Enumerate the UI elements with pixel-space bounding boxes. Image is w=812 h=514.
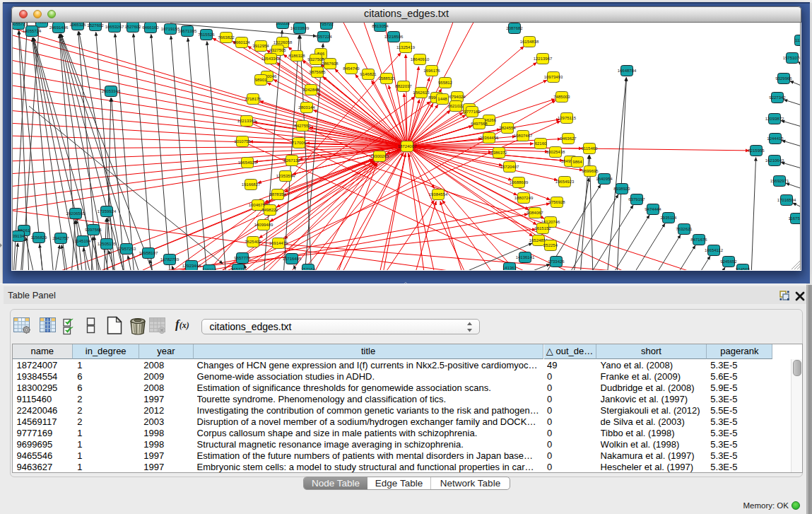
- svg-text:18724007: 18724007: [398, 144, 417, 148]
- svg-text:1621022: 1621022: [447, 104, 464, 108]
- svg-text:16033809: 16033809: [290, 26, 310, 30]
- svg-text:98901: 98901: [255, 78, 267, 82]
- svg-text:8427552: 8427552: [294, 124, 311, 128]
- svg-text:14099489: 14099489: [254, 223, 273, 227]
- svg-text:717006: 717006: [292, 141, 307, 145]
- svg-text:7515526: 7515526: [198, 33, 215, 37]
- svg-text:1167534: 1167534: [789, 216, 801, 221]
- svg-text:1640954: 1640954: [596, 177, 613, 181]
- svg-text:8215955: 8215955: [748, 148, 765, 153]
- svg-text:160338: 160338: [276, 23, 290, 25]
- svg-text:9397566: 9397566: [85, 228, 102, 232]
- svg-text:12353594: 12353594: [276, 174, 295, 178]
- svg-text:10973493: 10973493: [544, 75, 563, 79]
- svg-text:924565: 924565: [736, 267, 751, 270]
- svg-text:8267130: 8267130: [283, 158, 300, 163]
- svg-text:1696176: 1696176: [423, 69, 440, 73]
- svg-text:1010755: 1010755: [234, 139, 251, 144]
- svg-text:8454749: 8454749: [343, 66, 360, 71]
- svg-text:19300263: 19300263: [370, 154, 389, 158]
- svg-text:8822037: 8822037: [395, 84, 412, 88]
- svg-text:10025438: 10025438: [546, 150, 565, 154]
- svg-text:9329966: 9329966: [775, 76, 792, 81]
- svg-text:15716485: 15716485: [283, 257, 302, 261]
- svg-text:2935114: 2935114: [661, 216, 678, 220]
- svg-text:9777169: 9777169: [464, 110, 481, 114]
- svg-text:19654923: 19654923: [555, 180, 575, 184]
- svg-text:3912954: 3912954: [252, 44, 269, 48]
- svg-text:7625402: 7625402: [245, 240, 261, 244]
- svg-text:7632621: 7632621: [676, 227, 693, 231]
- svg-text:10671385: 10671385: [178, 29, 197, 33]
- svg-text:11325419: 11325419: [396, 45, 416, 49]
- svg-text:10688609: 10688609: [510, 180, 529, 185]
- svg-text:9498222: 9498222: [261, 208, 278, 212]
- svg-text:16782759: 16782759: [160, 257, 180, 262]
- svg-text:10543362: 10543362: [261, 57, 281, 61]
- svg-text:9245652: 9245652: [720, 259, 737, 264]
- svg-text:17016504: 17016504: [777, 198, 796, 202]
- svg-text:20206565: 20206565: [66, 211, 86, 216]
- svg-text:1615152: 1615152: [534, 226, 551, 230]
- svg-text:12213369: 12213369: [237, 119, 257, 123]
- svg-text:6497568: 6497568: [471, 122, 488, 126]
- svg-text:11173: 11173: [795, 38, 801, 42]
- svg-text:9242845: 9242845: [302, 88, 319, 92]
- svg-text:20364456: 20364456: [480, 136, 499, 140]
- svg-text:1156829: 1156829: [31, 235, 48, 240]
- svg-text:1562615: 1562615: [413, 90, 430, 95]
- svg-text:12505135: 12505135: [98, 242, 117, 246]
- svg-text:9474444: 9474444: [645, 207, 661, 211]
- svg-text:12218506: 12218506: [384, 35, 404, 39]
- svg-text:62160: 62160: [535, 141, 547, 146]
- svg-text:9327505: 9327505: [269, 48, 286, 52]
- svg-text:14055721: 14055721: [13, 23, 28, 26]
- svg-text:955812: 955812: [438, 81, 453, 85]
- svg-text:10654112: 10654112: [705, 248, 724, 252]
- svg-text:157164: 157164: [301, 267, 316, 270]
- svg-text:13226058: 13226058: [273, 40, 293, 45]
- svg-text:12093872: 12093872: [765, 117, 784, 121]
- svg-text:9146821: 9146821: [360, 72, 377, 76]
- svg-text:16154838: 16154838: [520, 40, 539, 44]
- svg-text:129234: 129234: [202, 268, 217, 270]
- svg-text:39134: 39134: [13, 234, 25, 238]
- svg-text:16648784: 16648784: [618, 69, 637, 73]
- svg-text:2803144: 2803144: [298, 105, 315, 110]
- svg-text:16210643: 16210643: [765, 158, 784, 163]
- svg-text:10958107: 10958107: [139, 251, 158, 255]
- svg-text:1527602: 1527602: [124, 25, 141, 29]
- svg-text:2942757: 2942757: [52, 236, 69, 240]
- svg-text:12213967: 12213967: [534, 57, 553, 61]
- svg-text:9756928: 9756928: [548, 200, 565, 204]
- svg-text:8878354: 8878354: [269, 192, 286, 197]
- svg-text:10653267: 10653267: [105, 25, 124, 29]
- svg-text:2087682: 2087682: [506, 26, 523, 30]
- svg-text:9657771: 9657771: [234, 256, 251, 260]
- svg-text:1244415: 1244415: [767, 136, 784, 141]
- svg-text:1733426: 1733426: [548, 259, 565, 264]
- svg-text:965777: 965777: [231, 267, 246, 270]
- svg-text:9115460: 9115460: [582, 146, 599, 151]
- svg-text:1145194: 1145194: [75, 239, 92, 243]
- svg-text:7357224: 7357224: [315, 35, 332, 39]
- svg-text:15751074: 15751074: [783, 56, 801, 60]
- svg-text:20691406: 20691406: [49, 25, 69, 30]
- svg-text:8660124: 8660124: [233, 40, 250, 45]
- svg-text:9084067: 9084067: [526, 211, 543, 215]
- svg-text:1448: 1448: [437, 97, 447, 101]
- svg-text:1065326: 1065326: [69, 23, 86, 27]
- svg-text:8813054: 8813054: [372, 24, 389, 28]
- svg-text:6466160: 6466160: [142, 25, 159, 30]
- svg-text:735722: 735722: [319, 23, 334, 26]
- svg-text:9864: 9864: [572, 160, 582, 164]
- svg-text:141361: 141361: [502, 266, 517, 270]
- svg-text:18640910: 18640910: [411, 57, 430, 62]
- svg-text:2867608: 2867608: [322, 62, 339, 66]
- svg-text:20053346: 20053346: [102, 89, 121, 93]
- svg-text:3875685: 3875685: [309, 70, 326, 74]
- svg-text:7663822: 7663822: [218, 35, 235, 40]
- svg-text:12975115: 12975115: [558, 116, 577, 120]
- svg-text:19166827: 19166827: [242, 182, 261, 187]
- svg-text:6794024: 6794024: [449, 95, 466, 99]
